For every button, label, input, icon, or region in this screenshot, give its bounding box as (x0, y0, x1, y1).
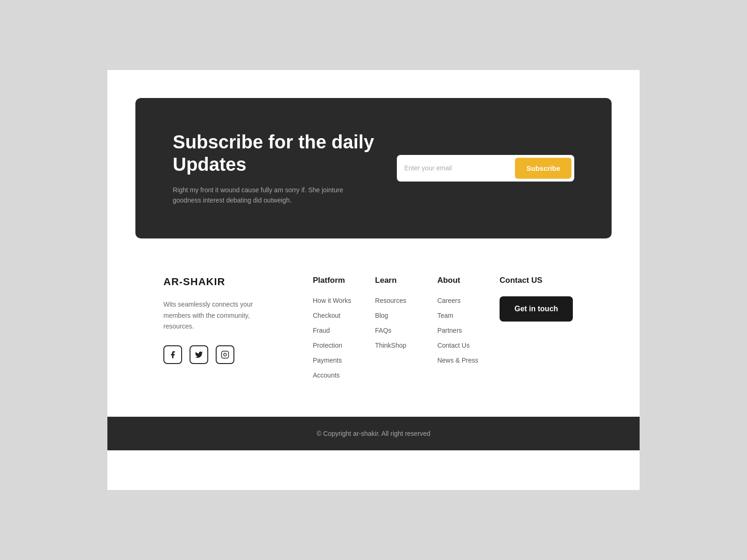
social-icons (163, 345, 294, 364)
copyright-text: © Copyright ar-shakir. All right reserve… (135, 430, 612, 437)
about-link-team[interactable]: Team (437, 312, 453, 319)
list-item: Fraud (313, 326, 366, 335)
list-item: FAQs (375, 326, 428, 335)
about-title: About (437, 276, 490, 285)
contact-title: Contact US (500, 276, 584, 285)
list-item: Resources (375, 296, 428, 305)
footer-columns: Platform How it Works Checkout Fraud Pro… (313, 276, 584, 379)
learn-link-blog[interactable]: Blog (375, 312, 388, 319)
list-item: Checkout (313, 311, 366, 320)
platform-link-payments[interactable]: Payments (313, 357, 342, 364)
footer-brand: AR-SHAKIR Wits seamlessly connects your … (163, 276, 294, 379)
email-input[interactable] (404, 160, 515, 176)
learn-link-faqs[interactable]: FAQs (375, 327, 391, 334)
list-item: Careers (437, 296, 490, 305)
page-wrapper: Subscribe for the daily Updates Right my… (107, 70, 640, 490)
brand-description: Wits seamlessly connects your members wi… (163, 299, 266, 332)
svg-rect-0 (222, 351, 229, 358)
list-item: Accounts (313, 371, 366, 379)
list-item: ThinkShop (375, 341, 428, 350)
main-content: Subscribe for the daily Updates Right my… (107, 70, 640, 379)
subscribe-form: Subscribe (397, 155, 574, 182)
footer-section: AR-SHAKIR Wits seamlessly connects your … (135, 238, 612, 379)
list-item: Protection (313, 341, 366, 350)
footer-col-learn: Learn Resources Blog FAQs ThinkShop (375, 276, 428, 379)
about-links: Careers Team Partners Contact Us News & … (437, 296, 490, 364)
learn-link-resources[interactable]: Resources (375, 297, 406, 304)
about-link-news-press[interactable]: News & Press (437, 357, 479, 364)
subscribe-title: Subscribe for the daily Updates (173, 131, 388, 175)
get-in-touch-button[interactable]: Get in touch (500, 296, 573, 322)
list-item: Partners (437, 326, 490, 335)
subscribe-button[interactable]: Subscribe (515, 158, 571, 179)
list-item: How it Works (313, 296, 366, 305)
list-item: News & Press (437, 356, 490, 364)
about-link-careers[interactable]: Careers (437, 297, 461, 304)
twitter-icon[interactable] (190, 345, 208, 364)
learn-title: Learn (375, 276, 428, 285)
subscribe-description: Right my front it wound cause fully am s… (173, 185, 350, 206)
platform-links: How it Works Checkout Fraud Protection P… (313, 296, 366, 379)
platform-link-how-it-works[interactable]: How it Works (313, 297, 351, 304)
platform-link-accounts[interactable]: Accounts (313, 371, 340, 379)
learn-link-thinkshop[interactable]: ThinkShop (375, 342, 406, 349)
about-link-partners[interactable]: Partners (437, 327, 462, 334)
platform-link-protection[interactable]: Protection (313, 342, 342, 349)
list-item: Payments (313, 356, 366, 364)
platform-link-checkout[interactable]: Checkout (313, 312, 340, 319)
footer-col-platform: Platform How it Works Checkout Fraud Pro… (313, 276, 366, 379)
platform-title: Platform (313, 276, 366, 285)
subscribe-left: Subscribe for the daily Updates Right my… (173, 131, 388, 206)
facebook-icon[interactable] (163, 345, 182, 364)
instagram-icon[interactable] (216, 345, 234, 364)
subscribe-right: Subscribe (388, 155, 574, 182)
learn-links: Resources Blog FAQs ThinkShop (375, 296, 428, 350)
list-item: Blog (375, 311, 428, 320)
platform-link-fraud[interactable]: Fraud (313, 327, 330, 334)
brand-name: AR-SHAKIR (163, 276, 294, 288)
subscribe-section: Subscribe for the daily Updates Right my… (135, 98, 612, 238)
list-item: Contact Us (437, 341, 490, 350)
footer-bottom: © Copyright ar-shakir. All right reserve… (107, 417, 640, 450)
list-item: Team (437, 311, 490, 320)
footer-col-contact: Contact US Get in touch (500, 276, 584, 379)
footer-col-about: About Careers Team Partners Contact Us N… (437, 276, 490, 379)
about-link-contact-us[interactable]: Contact Us (437, 342, 470, 349)
